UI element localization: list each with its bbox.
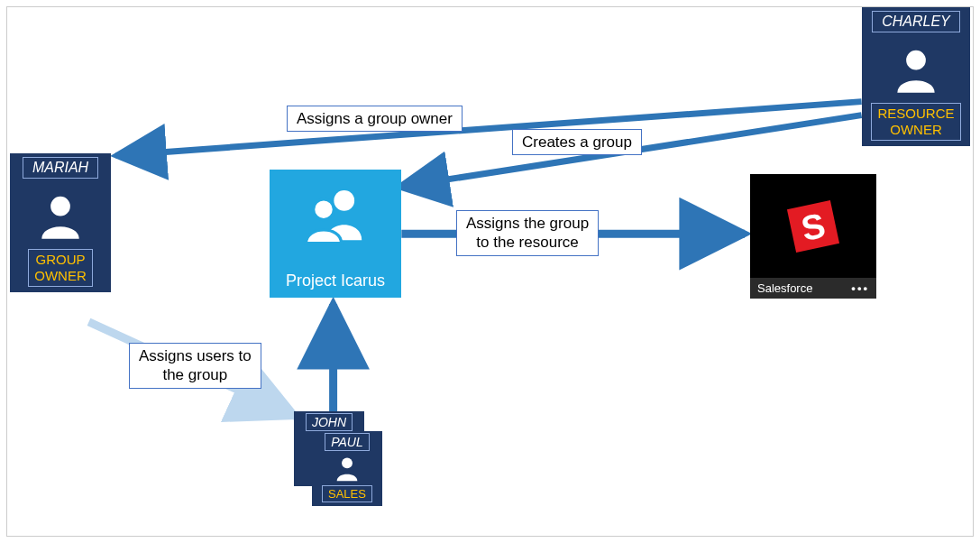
- person-icon: [888, 41, 944, 97]
- arrow-assign-owner: [115, 102, 861, 156]
- label-create-group: Creates a group: [512, 129, 642, 155]
- actor-name: PAUL: [325, 433, 370, 451]
- actor-name: JOHN: [306, 413, 353, 431]
- svg-point-7: [342, 457, 353, 468]
- label-assign-resource: Assigns the group to the resource: [456, 210, 599, 256]
- resource-footer: Salesforce •••: [750, 278, 876, 299]
- actor-role: GROUP OWNER: [28, 249, 93, 287]
- resource-tile: S Salesforce •••: [750, 174, 876, 299]
- svg-point-3: [314, 199, 334, 220]
- person-icon: [32, 188, 88, 244]
- actor-role: RESOURCE OWNER: [871, 103, 960, 141]
- svg-point-2: [334, 190, 354, 211]
- actor-role: SALES: [322, 485, 372, 502]
- label-assign-users: Assigns users to the group: [129, 343, 261, 389]
- actor-name: CHARLEY: [872, 11, 960, 32]
- actor-charley: CHARLEY RESOURCE OWNER: [862, 7, 970, 146]
- svg-point-0: [906, 51, 926, 70]
- resource-icon-area: S: [750, 174, 876, 278]
- more-icon[interactable]: •••: [851, 281, 869, 295]
- salesforce-icon: S: [782, 195, 845, 258]
- person-icon: [332, 453, 362, 483]
- diagram-canvas: CHARLEY RESOURCE OWNER MARIAH GROUP OWNE…: [6, 6, 974, 537]
- group-tile: Project Icarus: [270, 170, 401, 298]
- group-name: Project Icarus: [286, 272, 385, 290]
- actor-name: MARIAH: [23, 157, 98, 179]
- svg-point-1: [50, 197, 70, 216]
- actor-mariah: MARIAH GROUP OWNER: [10, 153, 111, 292]
- resource-name: Salesforce: [757, 281, 812, 295]
- label-assign-owner: Assigns a group owner: [287, 106, 463, 132]
- actor-paul: PAUL SALES: [312, 431, 382, 506]
- group-icon: [300, 182, 371, 245]
